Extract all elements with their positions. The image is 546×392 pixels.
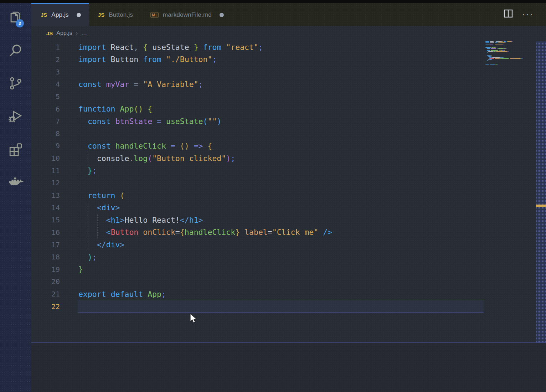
code-text: }; [78, 166, 97, 175]
line-number: 15 [31, 216, 60, 224]
tab-label: Button.js [109, 11, 133, 19]
code-text: <Button onClick={handleClick} label="Cli… [78, 228, 332, 237]
code-text: export default App; [78, 290, 166, 299]
code-text: <h1>Hello React!</h1> [78, 216, 203, 225]
editor-tab-bar: JSApp.jsJSButton.jsM↓markdownFile.md ··· [31, 3, 546, 26]
code-line-18[interactable]: 18 ); [31, 251, 502, 263]
split-editor-icon[interactable] [504, 9, 513, 20]
line-number: 12 [31, 179, 60, 187]
line-number: 6 [31, 105, 60, 113]
activity-bar-items: 2 [0, 3, 31, 191]
code-line-15[interactable]: 15 <h1>Hello React!</h1> [31, 214, 502, 226]
code-line-6[interactable]: 6function App() { [31, 103, 502, 115]
code-text: return ( [78, 191, 124, 200]
line-number: 3 [31, 68, 60, 76]
line-number: 18 [31, 253, 60, 261]
code-line-10[interactable]: 10 console.log("Button clicked"); [31, 152, 502, 165]
tab-Button.js[interactable]: JSButton.js [89, 3, 141, 26]
line-number: 20 [31, 277, 60, 286]
line-number: 11 [31, 166, 60, 175]
line-number: 17 [31, 241, 60, 249]
source-control-icon [7, 75, 24, 93]
code-line-14[interactable]: 14 <div> [31, 201, 502, 214]
chevron-right-icon: › [76, 30, 78, 36]
breadcrumb: JS App.js › ... [31, 26, 546, 41]
activity-bar-run-debug-icon[interactable] [0, 108, 31, 125]
code-line-5[interactable]: 5 [31, 91, 502, 103]
tab-markdownFile.md[interactable]: M↓markdownFile.md [141, 3, 232, 26]
code-line-9[interactable]: 9 const handleClick = () => { [31, 140, 502, 152]
line-number: 13 [31, 191, 60, 200]
activity-bar-docker-icon[interactable] [0, 174, 31, 191]
explorer-badge: 2 [16, 19, 24, 27]
window-top-strip [0, 0, 546, 3]
more-actions-icon[interactable]: ··· [522, 12, 534, 16]
code-line-13[interactable]: 13 return ( [31, 189, 502, 202]
modified-dot-icon[interactable] [77, 13, 81, 17]
code-line-22[interactable]: 22 [31, 300, 502, 313]
line-number: 22 [31, 302, 60, 311]
code-text: import Button from "./Button"; [78, 55, 217, 64]
code-text: const btnState = useState("") [78, 117, 221, 126]
code-line-19[interactable]: 19} [31, 263, 502, 276]
code-text: </div> [78, 240, 124, 249]
tab-label: App.js [51, 11, 68, 19]
overview-ruler-marker [536, 205, 546, 207]
minimap[interactable] [485, 41, 525, 66]
code-line-4[interactable]: 4const myVar = "A Variable"; [31, 78, 502, 91]
line-number: 9 [31, 141, 60, 150]
breadcrumb-file[interactable]: App.js [56, 30, 72, 36]
tabs-container: JSApp.jsJSButton.jsM↓markdownFile.md [31, 3, 232, 26]
search-icon [7, 42, 24, 60]
activity-bar: 2 [0, 3, 31, 392]
activity-bar-source-control-icon[interactable] [0, 76, 31, 93]
line-number: 1 [31, 43, 60, 51]
code-text: } [78, 265, 83, 274]
activity-bar-search-icon[interactable] [0, 43, 31, 60]
code-text: import React, { useState } from "react"; [78, 43, 263, 52]
line-number: 21 [31, 290, 60, 298]
code-line-2[interactable]: 2import Button from "./Button"; [31, 53, 502, 66]
code-line-20[interactable]: 20 [31, 275, 502, 288]
code-line-16[interactable]: 16 <Button onClick={handleClick} label="… [31, 226, 502, 239]
line-number: 8 [31, 129, 60, 138]
js-file-icon: JS [46, 30, 53, 36]
modified-dot-icon[interactable] [220, 13, 224, 17]
line-number: 14 [31, 203, 60, 212]
code-text: function App() { [78, 104, 152, 113]
editor-empty-area [31, 343, 546, 392]
line-number: 10 [31, 154, 60, 163]
markdown-file-icon: M↓ [150, 12, 159, 18]
code-line-3[interactable]: 3 [31, 66, 502, 78]
code-editor[interactable]: 1import React, { useState } from "react"… [31, 41, 502, 313]
activity-bar-extensions-icon[interactable] [0, 141, 31, 158]
line-number: 16 [31, 228, 60, 237]
code-line-12[interactable]: 12 [31, 177, 502, 189]
code-text: const myVar = "A Variable"; [78, 80, 203, 89]
line-number: 4 [31, 80, 60, 88]
code-line-11[interactable]: 11 }; [31, 164, 502, 177]
code-text: const handleClick = () => { [78, 141, 212, 150]
code-line-17[interactable]: 17 </div> [31, 238, 502, 251]
tab-actions: ··· [504, 3, 546, 26]
line-number: 5 [31, 92, 60, 101]
code-line-8[interactable]: 8 [31, 127, 502, 140]
code-text: ); [78, 253, 97, 262]
code-line-1[interactable]: 1import React, { useState } from "react"… [31, 41, 502, 53]
code-text: <div> [78, 203, 120, 212]
extensions-icon [7, 141, 24, 159]
tab-App.js[interactable]: JSApp.js [31, 3, 89, 26]
overview-ruler-scrollbar[interactable] [536, 41, 546, 343]
code-text: console.log("Button clicked"); [78, 154, 235, 163]
line-number: 19 [31, 265, 60, 274]
code-line-7[interactable]: 7 const btnState = useState("") [31, 115, 502, 128]
code-line-21[interactable]: 21export default App; [31, 288, 502, 300]
js-file-icon: JS [41, 12, 47, 18]
js-file-icon: JS [98, 12, 104, 18]
line-number: 2 [31, 55, 60, 64]
line-number: 7 [31, 117, 60, 125]
breadcrumb-symbol[interactable]: ... [81, 30, 87, 36]
activity-bar-files-explorer-icon[interactable]: 2 [0, 10, 31, 27]
tab-label: markdownFile.md [163, 11, 212, 19]
docker-icon [7, 174, 24, 191]
